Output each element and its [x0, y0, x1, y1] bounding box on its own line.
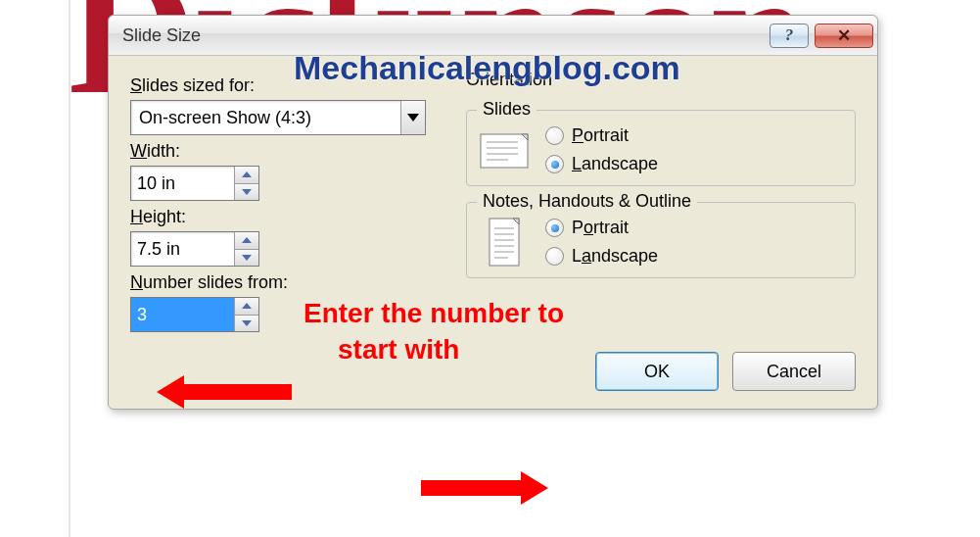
- slides-sized-for-value: On-screen Show (4:3): [131, 108, 400, 128]
- radio-icon: [545, 155, 564, 173]
- width-value: 10 in: [131, 167, 234, 200]
- cancel-button[interactable]: Cancel: [732, 352, 856, 391]
- slides-portrait-option[interactable]: Portrait: [545, 125, 658, 146]
- width-step-down[interactable]: [235, 183, 258, 201]
- height-step-down[interactable]: [235, 249, 258, 267]
- height-label: Height:: [130, 207, 448, 227]
- chevron-down-icon: [407, 114, 419, 122]
- slides-landscape-label: Landscape: [572, 154, 658, 174]
- chevron-up-icon: [242, 303, 252, 309]
- ok-button[interactable]: OK: [595, 352, 719, 391]
- number-from-value: 3: [131, 298, 234, 331]
- height-spinner[interactable]: 7.5 in: [130, 231, 259, 267]
- help-icon: ?: [785, 25, 794, 45]
- notes-group-legend: Notes, Handouts & Outline: [477, 191, 697, 212]
- width-step-up[interactable]: [235, 167, 258, 183]
- page-left-margin: [0, 0, 70, 537]
- notes-landscape-option[interactable]: Landscape: [545, 246, 658, 267]
- annotation-line1: Enter the number to: [303, 297, 564, 330]
- height-step-up[interactable]: [235, 232, 258, 249]
- notes-portrait-label: Portrait: [572, 218, 629, 238]
- notes-landscape-label: Landscape: [572, 246, 658, 267]
- slides-orientation-group: Slides Portrait: [466, 110, 856, 186]
- svg-marker-15: [421, 471, 548, 505]
- annotation-line2: start with: [338, 333, 459, 366]
- close-icon: ✕: [837, 25, 851, 46]
- svg-marker-14: [157, 375, 292, 409]
- slides-portrait-label: Portrait: [572, 125, 629, 146]
- dialog-title: Slide Size: [122, 25, 764, 46]
- combo-dropdown-button[interactable]: [400, 101, 425, 134]
- number-from-spinner[interactable]: 3: [130, 297, 259, 332]
- radio-icon: [545, 247, 564, 266]
- width-label: Width:: [130, 141, 448, 162]
- height-value: 7.5 in: [131, 232, 234, 266]
- slides-landscape-option[interactable]: Landscape: [545, 154, 658, 174]
- close-button[interactable]: ✕: [815, 24, 873, 48]
- chevron-up-icon: [242, 171, 252, 177]
- slides-sized-for-label-text: lides sized for:: [142, 75, 255, 95]
- chevron-up-icon: [242, 237, 252, 243]
- annotation-arrow-to-spinner: [157, 367, 294, 416]
- number-from-step-down[interactable]: [235, 315, 258, 332]
- number-from-step-up[interactable]: [235, 298, 258, 315]
- radio-icon: [545, 126, 564, 145]
- landscape-page-icon: [479, 124, 530, 175]
- slides-group-legend: Slides: [477, 99, 537, 120]
- chevron-down-icon: [242, 189, 252, 195]
- chevron-down-icon: [242, 320, 252, 326]
- number-from-label: Number slides from:: [130, 272, 448, 293]
- portrait-page-icon: [479, 217, 530, 268]
- notes-portrait-option[interactable]: Portrait: [545, 218, 658, 238]
- help-button[interactable]: ?: [770, 24, 809, 48]
- svg-rect-6: [490, 219, 519, 266]
- watermark-text: Mechanicalengblog.com: [294, 49, 680, 87]
- annotation-arrow-to-ok: [421, 465, 548, 511]
- svg-rect-0: [481, 134, 528, 168]
- chevron-down-icon: [242, 255, 252, 261]
- notes-orientation-group: Notes, Handouts & Outline Portrait: [466, 202, 856, 278]
- slides-sized-for-combo[interactable]: On-screen Show (4:3): [130, 100, 426, 135]
- radio-icon: [545, 219, 564, 237]
- width-spinner[interactable]: 10 in: [130, 166, 259, 201]
